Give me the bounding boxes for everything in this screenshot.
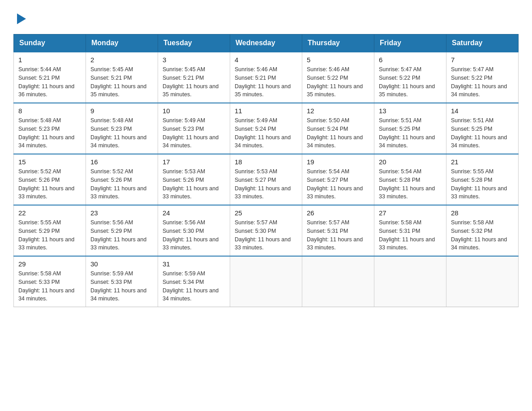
day-number: 3 xyxy=(163,56,225,64)
day-number: 15 xyxy=(18,158,81,166)
day-number: 27 xyxy=(379,209,442,217)
day-info: Sunrise: 5:52 AMSunset: 5:26 PMDaylight:… xyxy=(90,167,153,201)
day-info: Sunrise: 5:55 AMSunset: 5:29 PMDaylight:… xyxy=(18,218,81,252)
day-info: Sunrise: 5:44 AMSunset: 5:21 PMDaylight:… xyxy=(18,65,81,99)
calendar-cell: 21Sunrise: 5:55 AMSunset: 5:28 PMDayligh… xyxy=(446,154,519,205)
day-info: Sunrise: 5:50 AMSunset: 5:24 PMDaylight:… xyxy=(307,116,369,150)
calendar-cell: 29Sunrise: 5:58 AMSunset: 5:33 PMDayligh… xyxy=(14,256,86,307)
day-info: Sunrise: 5:51 AMSunset: 5:25 PMDaylight:… xyxy=(379,116,442,150)
day-info: Sunrise: 5:52 AMSunset: 5:26 PMDaylight:… xyxy=(18,167,81,201)
day-number: 26 xyxy=(307,209,369,217)
calendar-cell: 31Sunrise: 5:59 AMSunset: 5:34 PMDayligh… xyxy=(158,256,230,307)
header-wednesday: Wednesday xyxy=(230,34,302,52)
calendar-cell: 8Sunrise: 5:48 AMSunset: 5:23 PMDaylight… xyxy=(14,103,86,154)
day-number: 30 xyxy=(90,260,153,268)
calendar-cell: 3Sunrise: 5:45 AMSunset: 5:21 PMDaylight… xyxy=(158,52,230,103)
day-number: 13 xyxy=(379,107,442,115)
day-number: 10 xyxy=(163,107,225,115)
day-number: 12 xyxy=(307,107,369,115)
calendar-cell: 19Sunrise: 5:54 AMSunset: 5:27 PMDayligh… xyxy=(302,154,374,205)
day-info: Sunrise: 5:49 AMSunset: 5:23 PMDaylight:… xyxy=(163,116,225,150)
calendar-cell: 2Sunrise: 5:45 AMSunset: 5:21 PMDaylight… xyxy=(86,52,158,103)
day-info: Sunrise: 5:46 AMSunset: 5:21 PMDaylight:… xyxy=(235,65,297,99)
calendar-cell: 28Sunrise: 5:58 AMSunset: 5:32 PMDayligh… xyxy=(446,205,519,256)
calendar-cell: 16Sunrise: 5:52 AMSunset: 5:26 PMDayligh… xyxy=(86,154,158,205)
calendar-cell: 10Sunrise: 5:49 AMSunset: 5:23 PMDayligh… xyxy=(158,103,230,154)
page-header xyxy=(13,11,519,26)
day-number: 31 xyxy=(163,260,225,268)
day-number: 21 xyxy=(451,158,514,166)
calendar-week-row: 1Sunrise: 5:44 AMSunset: 5:21 PMDaylight… xyxy=(14,52,519,103)
calendar-cell xyxy=(446,256,519,307)
header-saturday: Saturday xyxy=(446,34,519,52)
calendar-cell: 26Sunrise: 5:57 AMSunset: 5:31 PMDayligh… xyxy=(302,205,374,256)
day-number: 18 xyxy=(235,158,297,166)
svg-marker-0 xyxy=(17,13,26,24)
day-number: 23 xyxy=(90,209,153,217)
day-info: Sunrise: 5:48 AMSunset: 5:23 PMDaylight:… xyxy=(90,116,153,150)
calendar-cell xyxy=(230,256,302,307)
day-number: 5 xyxy=(307,56,369,64)
calendar-cell: 18Sunrise: 5:53 AMSunset: 5:27 PMDayligh… xyxy=(230,154,302,205)
day-info: Sunrise: 5:45 AMSunset: 5:21 PMDaylight:… xyxy=(163,65,225,99)
day-info: Sunrise: 5:53 AMSunset: 5:26 PMDaylight:… xyxy=(163,167,225,201)
calendar-cell: 12Sunrise: 5:50 AMSunset: 5:24 PMDayligh… xyxy=(302,103,374,154)
calendar-week-row: 29Sunrise: 5:58 AMSunset: 5:33 PMDayligh… xyxy=(14,256,519,307)
calendar-cell: 15Sunrise: 5:52 AMSunset: 5:26 PMDayligh… xyxy=(14,154,86,205)
day-info: Sunrise: 5:47 AMSunset: 5:22 PMDaylight:… xyxy=(451,65,514,99)
calendar-cell: 11Sunrise: 5:49 AMSunset: 5:24 PMDayligh… xyxy=(230,103,302,154)
day-number: 8 xyxy=(18,107,81,115)
calendar-cell: 25Sunrise: 5:57 AMSunset: 5:30 PMDayligh… xyxy=(230,205,302,256)
day-info: Sunrise: 5:49 AMSunset: 5:24 PMDaylight:… xyxy=(235,116,297,150)
calendar-cell: 5Sunrise: 5:46 AMSunset: 5:22 PMDaylight… xyxy=(302,52,374,103)
day-info: Sunrise: 5:53 AMSunset: 5:27 PMDaylight:… xyxy=(235,167,297,201)
day-number: 14 xyxy=(451,107,514,115)
calendar-cell: 20Sunrise: 5:54 AMSunset: 5:28 PMDayligh… xyxy=(374,154,446,205)
header-monday: Monday xyxy=(86,34,158,52)
day-number: 6 xyxy=(379,56,442,64)
day-info: Sunrise: 5:58 AMSunset: 5:31 PMDaylight:… xyxy=(379,218,442,252)
day-number: 11 xyxy=(235,107,297,115)
day-info: Sunrise: 5:48 AMSunset: 5:23 PMDaylight:… xyxy=(18,116,81,150)
calendar-cell: 9Sunrise: 5:48 AMSunset: 5:23 PMDaylight… xyxy=(86,103,158,154)
calendar-cell: 6Sunrise: 5:47 AMSunset: 5:22 PMDaylight… xyxy=(374,52,446,103)
day-info: Sunrise: 5:45 AMSunset: 5:21 PMDaylight:… xyxy=(90,65,153,99)
calendar-cell xyxy=(374,256,446,307)
day-info: Sunrise: 5:54 AMSunset: 5:28 PMDaylight:… xyxy=(379,167,442,201)
calendar-week-row: 22Sunrise: 5:55 AMSunset: 5:29 PMDayligh… xyxy=(14,205,519,256)
day-info: Sunrise: 5:51 AMSunset: 5:25 PMDaylight:… xyxy=(451,116,514,150)
logo xyxy=(13,11,29,26)
day-number: 16 xyxy=(90,158,153,166)
day-number: 17 xyxy=(163,158,225,166)
day-info: Sunrise: 5:58 AMSunset: 5:32 PMDaylight:… xyxy=(451,218,514,252)
day-number: 19 xyxy=(307,158,369,166)
day-number: 4 xyxy=(235,56,297,64)
calendar-cell: 23Sunrise: 5:56 AMSunset: 5:29 PMDayligh… xyxy=(86,205,158,256)
day-info: Sunrise: 5:47 AMSunset: 5:22 PMDaylight:… xyxy=(379,65,442,99)
calendar-cell: 22Sunrise: 5:55 AMSunset: 5:29 PMDayligh… xyxy=(14,205,86,256)
day-number: 28 xyxy=(451,209,514,217)
day-info: Sunrise: 5:59 AMSunset: 5:33 PMDaylight:… xyxy=(90,270,153,303)
day-number: 29 xyxy=(18,260,81,268)
day-info: Sunrise: 5:59 AMSunset: 5:34 PMDaylight:… xyxy=(163,270,225,303)
day-number: 9 xyxy=(90,107,153,115)
day-info: Sunrise: 5:54 AMSunset: 5:27 PMDaylight:… xyxy=(307,167,369,201)
calendar-cell: 27Sunrise: 5:58 AMSunset: 5:31 PMDayligh… xyxy=(374,205,446,256)
calendar-cell: 14Sunrise: 5:51 AMSunset: 5:25 PMDayligh… xyxy=(446,103,519,154)
calendar-cell: 4Sunrise: 5:46 AMSunset: 5:21 PMDaylight… xyxy=(230,52,302,103)
header-friday: Friday xyxy=(374,34,446,52)
calendar-header-row: SundayMondayTuesdayWednesdayThursdayFrid… xyxy=(14,34,519,52)
day-number: 20 xyxy=(379,158,442,166)
calendar-week-row: 15Sunrise: 5:52 AMSunset: 5:26 PMDayligh… xyxy=(14,154,519,205)
day-info: Sunrise: 5:57 AMSunset: 5:31 PMDaylight:… xyxy=(307,218,369,252)
day-info: Sunrise: 5:56 AMSunset: 5:30 PMDaylight:… xyxy=(163,218,225,252)
calendar-cell: 13Sunrise: 5:51 AMSunset: 5:25 PMDayligh… xyxy=(374,103,446,154)
logo-arrow-icon xyxy=(14,12,29,26)
calendar-cell: 1Sunrise: 5:44 AMSunset: 5:21 PMDaylight… xyxy=(14,52,86,103)
day-info: Sunrise: 5:55 AMSunset: 5:28 PMDaylight:… xyxy=(451,167,514,201)
day-number: 1 xyxy=(18,56,81,64)
header-sunday: Sunday xyxy=(14,34,86,52)
day-number: 24 xyxy=(163,209,225,217)
day-info: Sunrise: 5:56 AMSunset: 5:29 PMDaylight:… xyxy=(90,218,153,252)
day-number: 22 xyxy=(18,209,81,217)
